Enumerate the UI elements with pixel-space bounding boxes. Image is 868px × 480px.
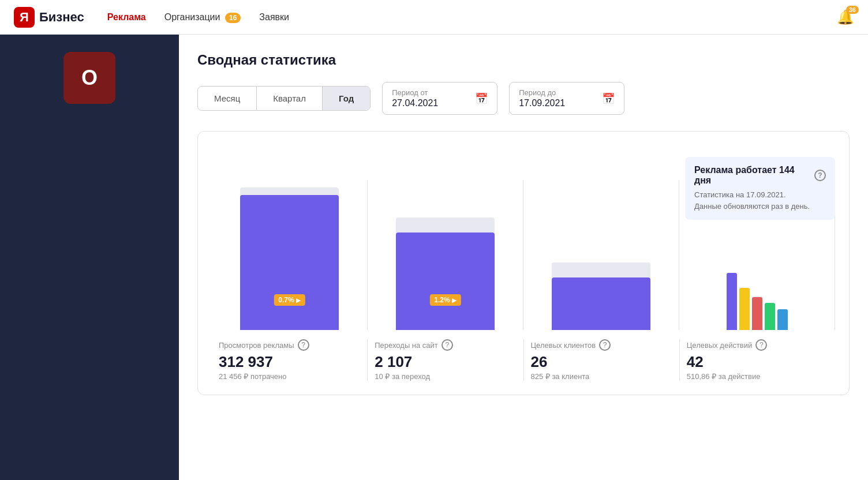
metric-views-sub: 21 456 ₽ потрачено bbox=[219, 372, 360, 381]
logo: Я Бизнес bbox=[14, 7, 84, 28]
bell-button[interactable]: 🔔 36 bbox=[837, 9, 854, 25]
org-badge: 16 bbox=[225, 13, 241, 23]
nav-reklama[interactable]: Реклама bbox=[107, 12, 146, 22]
period-tabs: Месяц Квартал Год bbox=[197, 86, 371, 111]
sidebar: О bbox=[0, 35, 179, 480]
info-box: Реклама работает 144 дня ? Статистика на… bbox=[685, 157, 835, 220]
metric-actions: Целевых действий ? 42 510,86 ₽ за действ… bbox=[680, 339, 835, 381]
badge-views: 0.7% bbox=[274, 294, 305, 306]
mini-bar-4 bbox=[777, 309, 788, 330]
metric-actions-value: 42 bbox=[687, 353, 828, 371]
metric-views-label: Просмотров рекламы bbox=[219, 341, 294, 350]
bar-fill-clients bbox=[552, 278, 651, 330]
period-row: Месяц Квартал Год Период от 27.04.2021 📅… bbox=[197, 82, 850, 115]
mini-bar-1 bbox=[739, 288, 750, 330]
avatar: О bbox=[63, 52, 115, 104]
stats-card: 0.7% 1.2% bbox=[197, 131, 850, 395]
tab-quarter[interactable]: Квартал bbox=[257, 87, 323, 110]
period-from-input[interactable]: Период от 27.04.2021 📅 bbox=[382, 82, 497, 115]
info-box-sub2: Данные обновляются раз в день. bbox=[694, 202, 810, 211]
bar-fill-views bbox=[240, 195, 339, 330]
tab-month[interactable]: Месяц bbox=[198, 87, 257, 110]
tab-year[interactable]: Год bbox=[323, 87, 370, 110]
mini-bar-3 bbox=[765, 303, 775, 330]
info-box-title-text: Реклама работает 144 дня bbox=[694, 165, 810, 186]
period-to-label: Период до bbox=[519, 88, 565, 97]
metric-views: Просмотров рекламы ? 312 937 21 456 ₽ по… bbox=[212, 339, 368, 381]
metric-actions-sub: 510,86 ₽ за действие bbox=[687, 372, 828, 381]
metric-clicks-sub: 10 ₽ за переход bbox=[375, 372, 516, 381]
metric-views-value: 312 937 bbox=[219, 353, 360, 371]
nav-zayavki[interactable]: Заявки bbox=[259, 12, 289, 22]
logo-ya: Я bbox=[14, 7, 35, 28]
metric-clients-value: 26 bbox=[531, 353, 672, 371]
calendar-from-icon[interactable]: 📅 bbox=[475, 92, 488, 105]
metric-clicks-value: 2 107 bbox=[375, 353, 516, 371]
bar-fill-clicks bbox=[396, 232, 495, 330]
bell-count: 36 bbox=[846, 6, 859, 14]
metric-clients: Целевых клиентов ? 26 825 ₽ за клиента bbox=[524, 339, 680, 381]
metrics-row: Просмотров рекламы ? 312 937 21 456 ₽ по… bbox=[212, 339, 835, 381]
period-to-input[interactable]: Период до 17.09.2021 📅 bbox=[509, 82, 624, 115]
nav-organizacii[interactable]: Организации 16 bbox=[164, 12, 241, 22]
metric-clicks-label: Переходы на сайт bbox=[375, 341, 438, 350]
metric-clicks: Переходы на сайт ? 2 107 10 ₽ за переход bbox=[368, 339, 523, 381]
mini-bar-0 bbox=[727, 273, 737, 330]
header: Я Бизнес Реклама Организации 16 Заявки 🔔… bbox=[0, 0, 868, 35]
info-question-icon[interactable]: ? bbox=[814, 170, 826, 181]
page-title: Сводная статистика bbox=[197, 52, 850, 68]
metric-clients-help[interactable]: ? bbox=[599, 339, 611, 351]
header-right: 🔔 36 bbox=[837, 9, 854, 25]
calendar-to-icon[interactable]: 📅 bbox=[602, 92, 615, 105]
chart-area: 0.7% 1.2% bbox=[212, 145, 835, 330]
metric-clients-sub: 825 ₽ за клиента bbox=[531, 372, 672, 381]
info-box-sub1: Статистика на 17.09.2021. bbox=[694, 190, 786, 199]
main-layout: О Сводная статистика Месяц Квартал Год П… bbox=[0, 35, 868, 480]
chart-col-views: 0.7% bbox=[212, 180, 368, 330]
content: Сводная статистика Месяц Квартал Год Пер… bbox=[179, 35, 868, 480]
period-to-value: 17.09.2021 bbox=[519, 98, 565, 108]
logo-text: Бизнес bbox=[39, 10, 84, 25]
metric-actions-help[interactable]: ? bbox=[755, 339, 767, 351]
badge-clicks: 1.2% bbox=[429, 294, 461, 306]
period-from-value: 27.04.2021 bbox=[392, 98, 438, 108]
metric-actions-label: Целевых действий bbox=[687, 341, 753, 350]
metric-clients-label: Целевых клиентов bbox=[531, 341, 596, 350]
chart-col-clicks: 1.2% bbox=[368, 180, 523, 330]
metric-clicks-help[interactable]: ? bbox=[442, 339, 453, 351]
period-from-label: Период от bbox=[392, 88, 438, 97]
main-nav: Реклама Организации 16 Заявки bbox=[107, 12, 837, 22]
mini-bar-2 bbox=[752, 297, 762, 330]
chart-col-clients bbox=[523, 180, 679, 330]
metric-views-help[interactable]: ? bbox=[298, 339, 309, 351]
